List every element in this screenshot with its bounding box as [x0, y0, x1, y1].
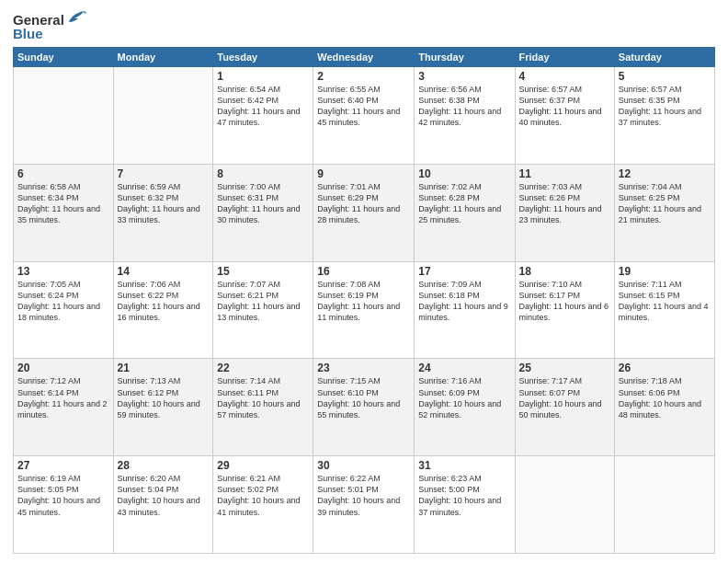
cell-text: Sunset: 5:04 PM	[118, 484, 210, 495]
cell-text: Sunset: 6:17 PM	[519, 290, 610, 301]
cell-text: Sunrise: 6:22 AM	[317, 473, 410, 484]
cell-text: Sunrise: 6:23 AM	[418, 473, 510, 484]
cell-text: Sunset: 6:40 PM	[317, 95, 410, 106]
cell-text: Sunset: 6:06 PM	[619, 387, 711, 398]
col-header-sunday: Sunday	[14, 48, 114, 67]
cell-text: Sunset: 6:11 PM	[217, 387, 309, 398]
cell-text: Daylight: 11 hours and 11 minutes.	[317, 301, 410, 323]
cell-text: Daylight: 10 hours and 41 minutes.	[217, 495, 309, 517]
cell-text: Sunset: 5:01 PM	[317, 484, 410, 495]
day-cell: 8Sunrise: 7:00 AMSunset: 6:31 PMDaylight…	[213, 164, 313, 261]
cell-text: Sunset: 6:25 PM	[619, 192, 711, 203]
day-number: 2	[317, 70, 410, 83]
cell-text: Sunrise: 7:12 AM	[17, 375, 109, 386]
day-number: 20	[17, 362, 109, 374]
cell-text: Daylight: 10 hours and 39 minutes.	[317, 495, 410, 517]
cell-text: Sunrise: 6:21 AM	[217, 473, 309, 484]
day-cell: 29Sunrise: 6:21 AMSunset: 5:02 PMDayligh…	[213, 456, 313, 554]
day-number: 27	[17, 459, 109, 472]
cell-text: Sunset: 6:42 PM	[217, 95, 309, 106]
cell-text: Sunrise: 7:05 AM	[17, 279, 109, 290]
cell-text: Sunrise: 7:08 AM	[317, 279, 410, 290]
day-number: 4	[519, 70, 610, 83]
day-cell: 12Sunrise: 7:04 AMSunset: 6:25 PMDayligh…	[614, 164, 714, 261]
day-number: 10	[418, 167, 510, 180]
cell-text: Sunset: 6:15 PM	[619, 290, 711, 301]
logo-general: General	[13, 12, 64, 28]
col-header-tuesday: Tuesday	[213, 48, 313, 67]
day-cell: 4Sunrise: 6:57 AMSunset: 6:37 PMDaylight…	[515, 67, 614, 165]
cell-text: Sunrise: 7:01 AM	[317, 181, 410, 192]
day-cell: 31Sunrise: 6:23 AMSunset: 5:00 PMDayligh…	[415, 456, 515, 554]
cell-text: Sunset: 6:38 PM	[418, 95, 510, 106]
cell-text: Sunrise: 6:19 AM	[17, 473, 109, 484]
day-cell: 11Sunrise: 7:03 AMSunset: 6:26 PMDayligh…	[515, 164, 614, 261]
cell-text: Daylight: 11 hours and 21 minutes.	[619, 203, 711, 225]
day-cell: 23Sunrise: 7:15 AMSunset: 6:10 PMDayligh…	[313, 359, 415, 456]
day-number: 12	[619, 167, 711, 180]
cell-text: Daylight: 11 hours and 6 minutes.	[519, 301, 610, 323]
day-number: 24	[418, 362, 510, 374]
cell-text: Sunrise: 7:10 AM	[519, 279, 610, 290]
cell-text: Daylight: 11 hours and 42 minutes.	[418, 106, 510, 128]
day-number: 25	[519, 362, 610, 374]
cell-text: Daylight: 10 hours and 59 minutes.	[118, 398, 210, 420]
cell-text: Sunrise: 7:15 AM	[317, 375, 410, 386]
cell-text: Daylight: 10 hours and 45 minutes.	[17, 495, 109, 517]
cell-text: Sunrise: 6:20 AM	[118, 473, 210, 484]
cell-text: Sunset: 6:26 PM	[519, 192, 610, 203]
cell-text: Sunset: 6:28 PM	[418, 192, 510, 203]
cell-text: Sunrise: 6:57 AM	[519, 84, 610, 95]
day-number: 31	[418, 459, 510, 472]
day-number: 3	[418, 70, 510, 83]
day-cell: 5Sunrise: 6:57 AMSunset: 6:35 PMDaylight…	[614, 67, 714, 165]
cell-text: Daylight: 11 hours and 16 minutes.	[118, 301, 210, 323]
cell-text: Sunrise: 7:14 AM	[217, 375, 309, 386]
day-cell	[14, 67, 114, 165]
col-header-friday: Friday	[515, 48, 614, 67]
cell-text: Daylight: 10 hours and 37 minutes.	[418, 495, 510, 517]
cell-text: Sunrise: 7:11 AM	[619, 279, 711, 290]
day-cell: 13Sunrise: 7:05 AMSunset: 6:24 PMDayligh…	[14, 261, 114, 359]
cell-text: Sunset: 6:32 PM	[118, 192, 210, 203]
cell-text: Sunset: 6:31 PM	[217, 192, 309, 203]
day-cell: 2Sunrise: 6:55 AMSunset: 6:40 PMDaylight…	[313, 67, 415, 165]
cell-text: Daylight: 11 hours and 13 minutes.	[217, 301, 309, 323]
day-number: 15	[217, 265, 309, 278]
page: General Blue SundayMondayTuesdayWednesda…	[0, 0, 728, 563]
day-cell: 3Sunrise: 6:56 AMSunset: 6:38 PMDaylight…	[415, 67, 515, 165]
cell-text: Sunset: 6:07 PM	[519, 387, 610, 398]
day-cell: 20Sunrise: 7:12 AMSunset: 6:14 PMDayligh…	[14, 359, 114, 456]
day-number: 23	[317, 362, 410, 374]
day-cell: 26Sunrise: 7:18 AMSunset: 6:06 PMDayligh…	[614, 359, 714, 456]
cell-text: Sunset: 6:24 PM	[17, 290, 109, 301]
day-number: 19	[619, 265, 711, 278]
cell-text: Sunrise: 6:58 AM	[17, 181, 109, 192]
cell-text: Sunrise: 7:09 AM	[418, 279, 510, 290]
week-row-4: 20Sunrise: 7:12 AMSunset: 6:14 PMDayligh…	[14, 359, 715, 456]
header-row: SundayMondayTuesdayWednesdayThursdayFrid…	[14, 48, 715, 67]
cell-text: Sunset: 6:37 PM	[519, 95, 610, 106]
day-number: 13	[17, 265, 109, 278]
cell-text: Sunset: 6:10 PM	[317, 387, 410, 398]
day-number: 14	[118, 265, 210, 278]
logo-bird-icon	[67, 9, 87, 29]
day-cell: 28Sunrise: 6:20 AMSunset: 5:04 PMDayligh…	[113, 456, 213, 554]
header: General Blue	[13, 9, 715, 41]
cell-text: Daylight: 11 hours and 18 minutes.	[17, 301, 109, 323]
cell-text: Sunrise: 7:16 AM	[418, 375, 510, 386]
cell-text: Sunset: 6:18 PM	[418, 290, 510, 301]
col-header-saturday: Saturday	[614, 48, 714, 67]
day-cell: 22Sunrise: 7:14 AMSunset: 6:11 PMDayligh…	[213, 359, 313, 456]
cell-text: Sunset: 6:09 PM	[418, 387, 510, 398]
day-number: 6	[17, 167, 109, 180]
day-cell: 25Sunrise: 7:17 AMSunset: 6:07 PMDayligh…	[515, 359, 614, 456]
day-number: 16	[317, 265, 410, 278]
cell-text: Daylight: 11 hours and 4 minutes.	[619, 301, 711, 323]
cell-text: Daylight: 10 hours and 55 minutes.	[317, 398, 410, 420]
cell-text: Daylight: 10 hours and 48 minutes.	[619, 398, 711, 420]
cell-text: Sunset: 6:19 PM	[317, 290, 410, 301]
day-number: 5	[619, 70, 711, 83]
cell-text: Sunset: 6:35 PM	[619, 95, 711, 106]
cell-text: Sunrise: 6:54 AM	[217, 84, 309, 95]
